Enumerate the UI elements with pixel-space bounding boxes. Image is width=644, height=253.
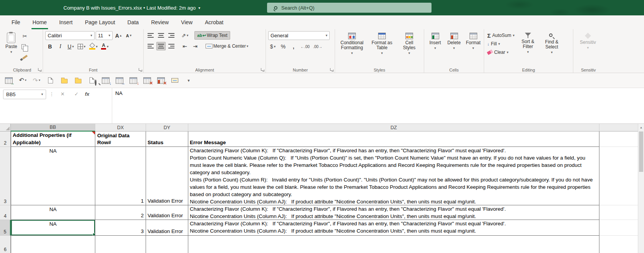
- currency-format-button[interactable]: $▾: [268, 42, 277, 51]
- folder-button[interactable]: [72, 75, 84, 86]
- sort-filter-button[interactable]: Sort & Filter ▾: [517, 31, 539, 66]
- insert-cells-button[interactable]: Insert ▾: [427, 31, 444, 66]
- empty-cells[interactable]: [599, 236, 644, 253]
- increase-indent-button[interactable]: ⇥: [191, 42, 200, 50]
- cell-styles-button[interactable]: Cell Styles ▾: [397, 31, 421, 66]
- align-top-button[interactable]: [146, 31, 155, 40]
- formula-bar-drag-handle[interactable]: ⋮: [49, 90, 54, 97]
- select-all-corner[interactable]: [0, 124, 11, 131]
- bold-button[interactable]: B: [45, 42, 55, 51]
- note-button[interactable]: [169, 75, 181, 86]
- comma-format-button[interactable]: ,: [289, 42, 298, 51]
- col-header-DX[interactable]: DX: [95, 124, 146, 131]
- italic-button[interactable]: I: [56, 42, 65, 51]
- font-dialog-launcher[interactable]: [138, 68, 142, 72]
- insert-function-button[interactable]: fx: [85, 90, 90, 97]
- print-preview-button[interactable]: [86, 75, 98, 86]
- sensitivity-button[interactable]: Sensitiv ▾: [576, 31, 600, 66]
- tab-page-layout[interactable]: Page Layout: [79, 15, 121, 29]
- decrease-decimal-button[interactable]: .00→: [312, 42, 324, 51]
- align-right-button[interactable]: [167, 42, 176, 50]
- cell-DY6[interactable]: [146, 236, 188, 253]
- delete-rows-button[interactable]: ✕: [141, 75, 153, 86]
- tab-home[interactable]: Home: [27, 15, 53, 29]
- cell-DX5[interactable]: 3: [95, 220, 146, 236]
- cell-DY3[interactable]: Validation Error: [146, 147, 188, 205]
- empty-cells[interactable]: [599, 131, 644, 147]
- search-box[interactable]: Search (Alt+Q): [267, 3, 432, 13]
- open-file-button[interactable]: [58, 75, 70, 86]
- insert-rows-button[interactable]: →: [114, 75, 125, 86]
- cell-BB4[interactable]: NA: [11, 205, 95, 220]
- empty-cells[interactable]: [599, 220, 644, 236]
- col-header-DY[interactable]: DY: [146, 124, 188, 131]
- scroll-up-icon[interactable]: ▴: [638, 125, 644, 129]
- alignment-dialog-launcher[interactable]: [261, 68, 264, 72]
- cut-button[interactable]: ✂: [20, 32, 30, 40]
- format-cells-button[interactable]: Format ▾: [464, 31, 482, 66]
- cell-DX2[interactable]: Original Data Row#: [95, 131, 146, 147]
- empty-cells[interactable]: [599, 147, 644, 205]
- percent-format-button[interactable]: %: [279, 42, 288, 51]
- insert-columns-button[interactable]: ↓: [128, 75, 139, 86]
- confirm-entry-button[interactable]: ✓: [71, 90, 82, 97]
- align-bottom-button[interactable]: [167, 31, 176, 40]
- fill-handle[interactable]: [93, 233, 95, 236]
- conditional-formatting-button[interactable]: Conditional Formatting ▾: [337, 31, 367, 66]
- row-header-4[interactable]: 4: [0, 205, 11, 220]
- tab-view[interactable]: View: [175, 15, 199, 29]
- tab-insert[interactable]: Insert: [53, 15, 79, 29]
- row-header-6[interactable]: 6: [0, 236, 11, 253]
- undo-button[interactable]: ↶▾: [17, 75, 28, 86]
- col-header-DZ[interactable]: DZ: [188, 124, 599, 131]
- delete-cells-qat-button[interactable]: ✕: [155, 75, 167, 86]
- cell-DZ4[interactable]: Characterizing Flavor (Column K): If "Ch…: [188, 205, 599, 220]
- vertical-scrollbar[interactable]: ▴: [638, 124, 644, 253]
- empty-cells[interactable]: [599, 205, 644, 220]
- format-painter-button[interactable]: [20, 53, 30, 61]
- fill-color-button[interactable]: ▾: [88, 42, 99, 51]
- font-name-combo[interactable]: Calibri ▾: [45, 31, 95, 40]
- wrap-text-button[interactable]: ab↩ Wrap Text: [194, 31, 230, 40]
- cell-DZ3[interactable]: Characterizing Flavor (Column K): If "Ch…: [188, 147, 599, 205]
- find-select-button[interactable]: Find & Select ▾: [541, 31, 563, 66]
- tab-data[interactable]: Data: [121, 15, 145, 29]
- cell-DZ2[interactable]: Error Message: [188, 131, 599, 147]
- redo-button[interactable]: ↷▾: [31, 75, 42, 86]
- cell-DX6[interactable]: [95, 236, 146, 253]
- delete-cells-button[interactable]: Delete ▾: [445, 31, 463, 66]
- tab-file[interactable]: File: [5, 15, 27, 29]
- format-as-table-button[interactable]: Format as Table ▾: [368, 31, 396, 66]
- cell-BB5-selected[interactable]: NA: [11, 220, 95, 236]
- orientation-button[interactable]: ⇗▾: [180, 31, 189, 40]
- tab-review[interactable]: Review: [145, 15, 175, 29]
- insert-cells-qat-button[interactable]: ↓: [100, 75, 111, 86]
- autosum-button[interactable]: Σ AutoSum ▾: [486, 32, 515, 39]
- number-format-combo[interactable]: General ▾: [268, 31, 330, 40]
- underline-button[interactable]: U▾: [66, 42, 75, 51]
- increase-decimal-button[interactable]: ←.00: [299, 42, 311, 51]
- align-middle-button[interactable]: [156, 31, 166, 40]
- cell-BB6[interactable]: [11, 236, 95, 253]
- tab-acrobat[interactable]: Acrobat: [199, 15, 229, 29]
- font-color-button[interactable]: A▾: [100, 42, 110, 51]
- paste-button[interactable]: Paste ▾: [4, 31, 19, 66]
- decrease-font-button[interactable]: A▾: [124, 32, 133, 40]
- col-header-BB[interactable]: BB: [11, 124, 95, 131]
- cell-DY5[interactable]: Validation Error: [146, 220, 188, 236]
- decrease-indent-button[interactable]: ⇤: [180, 42, 189, 50]
- fill-button[interactable]: ↓ Fill ▾: [486, 40, 515, 48]
- cell-DZ6[interactable]: [188, 236, 599, 253]
- row-header-2[interactable]: 2: [0, 131, 11, 147]
- row-header-5[interactable]: 5: [0, 220, 11, 236]
- cell-DZ5[interactable]: Characterizing Flavor (Column K): If "Ch…: [188, 220, 599, 236]
- clipboard-dialog-launcher[interactable]: [38, 68, 41, 72]
- row-header-3[interactable]: 3: [0, 147, 11, 205]
- font-size-combo[interactable]: 11 ▾: [96, 31, 113, 40]
- align-left-button[interactable]: [146, 42, 155, 50]
- cell-DX4[interactable]: 2: [95, 205, 146, 220]
- cell-DX3[interactable]: 1: [95, 147, 146, 205]
- copy-button[interactable]: ▾: [20, 42, 30, 51]
- borders-button[interactable]: ▾: [76, 42, 87, 51]
- cell-DY4[interactable]: Validation Error: [146, 205, 188, 220]
